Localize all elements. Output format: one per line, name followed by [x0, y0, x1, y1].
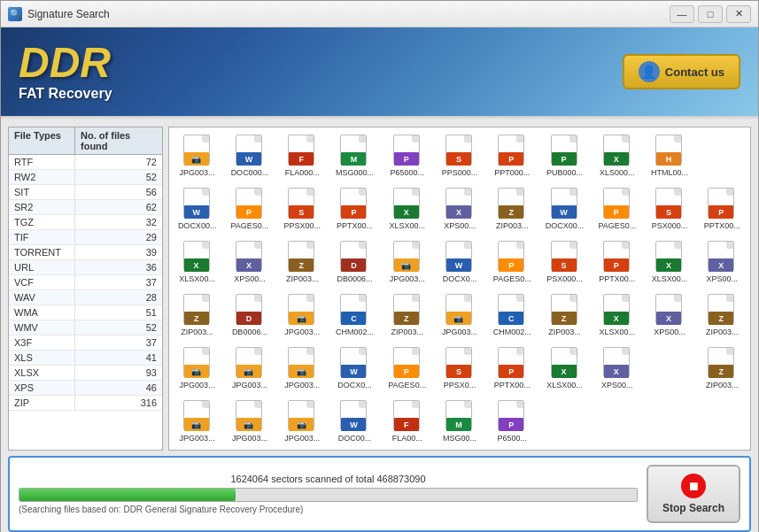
file-item[interactable]: X XLSX00... [173, 237, 221, 287]
file-item[interactable]: P PAGES0... [225, 184, 274, 234]
file-item[interactable]: Z ZIP003... [540, 290, 589, 340]
file-item[interactable]: X XLSX00... [645, 237, 693, 287]
file-item[interactable]: Z ZIP003... [698, 343, 747, 393]
file-type-row[interactable]: XPS46 [9, 381, 162, 396]
file-item[interactable]: P P6500... [488, 397, 537, 446]
file-item[interactable]: 📷 JPG003... [173, 343, 221, 393]
file-item[interactable]: P PPTX00... [592, 237, 641, 287]
file-icon: X [655, 241, 684, 273]
file-item[interactable]: Z ZIP003... [698, 290, 747, 340]
file-item[interactable]: P PAGES0... [592, 184, 641, 234]
file-item[interactable]: W DOC00... [330, 397, 379, 446]
file-item[interactable]: M MSG000... [330, 131, 379, 181]
file-item[interactable]: X XLSX00... [383, 184, 431, 234]
file-item[interactable] [645, 343, 693, 393]
file-types-header: File Types No. of files found [9, 127, 162, 155]
file-item[interactable]: H HTML00... [645, 131, 693, 181]
file-item[interactable]: P PUB000... [540, 131, 589, 181]
file-item[interactable]: 📷 JPG003... [173, 131, 221, 181]
file-item[interactable]: 📷 JPG003... [225, 397, 274, 446]
file-item[interactable]: M MSG00... [435, 397, 484, 446]
file-item[interactable]: S PSX000... [540, 237, 589, 287]
file-type-row[interactable]: TGZ32 [9, 215, 162, 230]
close-button[interactable]: ✕ [726, 5, 751, 23]
file-type-row[interactable]: XLSX93 [9, 366, 162, 381]
minimize-button[interactable]: — [670, 5, 694, 23]
file-type-row[interactable]: TIF29 [9, 230, 162, 245]
file-item[interactable]: P P65000... [383, 131, 431, 181]
file-item[interactable]: P PPT000... [488, 131, 537, 181]
file-item[interactable]: Z ZIP003... [383, 290, 431, 340]
file-item[interactable]: S PPS000... [435, 131, 484, 181]
file-item[interactable]: Z ZIP003... [278, 237, 327, 287]
file-item[interactable]: 📷 JPG003... [278, 343, 327, 393]
file-type-row[interactable]: RW252 [9, 170, 162, 185]
file-icon: Z [708, 294, 736, 326]
file-icon: W [445, 241, 474, 273]
file-item[interactable]: X XLSX00... [592, 290, 641, 340]
file-item[interactable]: X XPS00... [698, 237, 747, 287]
contact-button[interactable]: 👤 Contact us [623, 54, 740, 89]
file-label: PAGES0... [384, 381, 430, 389]
file-label: FLA00... [384, 434, 430, 443]
file-item[interactable]: P PPTX00... [698, 184, 747, 234]
file-item[interactable]: W DOCX00... [540, 184, 589, 234]
file-type-row[interactable]: X3F37 [9, 335, 162, 351]
file-item[interactable]: 📷 JPG003... [225, 343, 274, 393]
main-content: File Types No. of files found RTF72RW252… [1, 120, 758, 532]
stop-search-button[interactable]: ⏹ Stop Search [647, 465, 740, 523]
maximize-button[interactable]: □ [698, 5, 723, 23]
file-types-body[interactable]: RTF72RW252SIT56SR262TGZ32TIF29TORRENT39U… [9, 155, 162, 450]
file-type-row[interactable]: TORRENT39 [9, 245, 162, 260]
file-type-row[interactable]: WMA51 [9, 305, 162, 320]
file-type-row[interactable]: VCF37 [9, 275, 162, 290]
file-item[interactable]: X XLSX00... [540, 343, 589, 393]
file-label: ZIP003... [280, 274, 325, 283]
files-panel[interactable]: 📷 JPG003... W DOC000... F FLA000... M MS… [168, 127, 751, 451]
file-type-row[interactable]: WAV28 [9, 290, 162, 305]
file-item[interactable]: P PPTX00... [488, 343, 537, 393]
file-item[interactable]: P PPTX00... [330, 184, 379, 234]
file-item[interactable]: W DOCX00... [173, 184, 221, 234]
file-item[interactable] [698, 131, 747, 181]
file-item[interactable]: X XPS00... [592, 343, 641, 393]
file-item[interactable]: X XPS00... [225, 237, 274, 287]
file-item[interactable]: 📷 JPG003... [383, 237, 431, 287]
file-label: PAGES0... [227, 221, 272, 230]
file-type-row[interactable]: SIT56 [9, 185, 162, 200]
file-item[interactable]: W DOCX0... [330, 343, 379, 393]
file-type-name: ZIP [9, 396, 75, 410]
file-type-row[interactable]: WMV52 [9, 320, 162, 335]
file-item[interactable]: X XPS00... [435, 184, 484, 234]
file-item[interactable]: X XLS000... [592, 131, 641, 181]
file-item[interactable]: 📷 JPG003... [278, 397, 327, 446]
file-item[interactable]: D DB0006... [330, 237, 379, 287]
file-item[interactable]: 📷 JPG003... [173, 397, 221, 446]
file-item[interactable]: S PPSX00... [278, 184, 327, 234]
file-item[interactable]: P PAGES0... [383, 343, 431, 393]
file-item[interactable]: W DOCX0... [435, 237, 484, 287]
file-item[interactable]: S PPSX0... [435, 343, 484, 393]
file-item[interactable]: C CHM002... [330, 290, 379, 340]
file-item[interactable]: X XPS00... [645, 290, 693, 340]
file-item[interactable]: F FLA000... [278, 131, 327, 181]
file-item[interactable]: C CHM002... [488, 290, 537, 340]
file-icon: M [445, 400, 474, 432]
file-item[interactable]: Z ZIP003... [173, 290, 221, 340]
file-item[interactable]: S PSX000... [645, 184, 693, 234]
file-type-row[interactable]: SR262 [9, 200, 162, 215]
file-type-row[interactable]: XLS41 [9, 351, 162, 366]
file-item[interactable]: 📷 JPG003... [278, 290, 327, 340]
file-label: JPG003... [174, 168, 220, 177]
file-item[interactable]: D DB0006... [225, 290, 274, 340]
file-label: XPS00... [227, 274, 272, 283]
file-item[interactable]: W DOC000... [225, 131, 274, 181]
file-type-row[interactable]: ZIP316 [9, 396, 162, 411]
file-item[interactable]: P PAGES0... [488, 237, 537, 287]
file-type-row[interactable]: RTF72 [9, 155, 162, 170]
file-item[interactable]: F FLA00... [383, 397, 431, 446]
file-type-row[interactable]: URL36 [9, 260, 162, 275]
file-item[interactable]: 📷 JPG003... [435, 290, 484, 340]
file-item[interactable]: Z ZIP003... [488, 184, 537, 234]
file-type-count: 37 [75, 275, 162, 289]
